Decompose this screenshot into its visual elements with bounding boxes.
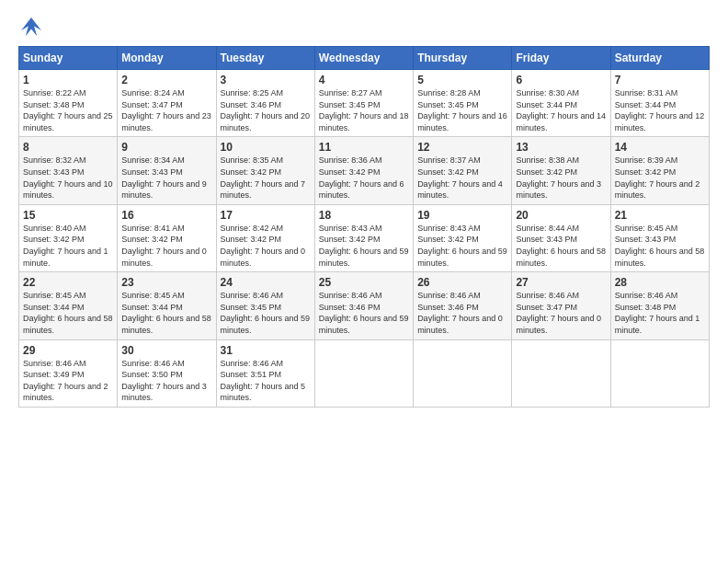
table-row: 22 Sunrise: 8:45 AMSunset: 3:44 PMDaylig…: [19, 272, 118, 339]
day-number: 5: [417, 74, 507, 86]
day-detail: Sunrise: 8:46 AMSunset: 3:50 PMDaylight:…: [121, 358, 211, 404]
day-detail: Sunrise: 8:46 AMSunset: 3:48 PMDaylight:…: [615, 290, 705, 336]
col-thursday: Thursday: [414, 47, 512, 70]
day-number: 3: [221, 74, 311, 86]
day-detail: Sunrise: 8:44 AMSunset: 3:43 PMDaylight:…: [516, 223, 606, 269]
day-detail: Sunrise: 8:46 AMSunset: 3:46 PMDaylight:…: [417, 290, 507, 336]
day-detail: Sunrise: 8:46 AMSunset: 3:46 PMDaylight:…: [319, 290, 409, 336]
day-number: 2: [121, 74, 211, 86]
day-number: 29: [23, 344, 113, 357]
table-row: 24 Sunrise: 8:46 AMSunset: 3:45 PMDaylig…: [216, 272, 314, 339]
day-number: 16: [121, 209, 211, 222]
day-number: 14: [615, 141, 705, 154]
day-number: 23: [121, 276, 211, 289]
table-row: 29 Sunrise: 8:46 AMSunset: 3:49 PMDaylig…: [19, 339, 118, 407]
day-number: 21: [615, 209, 705, 222]
table-row: 1 Sunrise: 8:22 AMSunset: 3:48 PMDayligh…: [19, 70, 118, 137]
week-row-5: 29 Sunrise: 8:46 AMSunset: 3:49 PMDaylig…: [19, 339, 710, 407]
day-detail: Sunrise: 8:45 AMSunset: 3:43 PMDaylight:…: [615, 223, 705, 269]
table-row: [414, 339, 512, 407]
col-wednesday: Wednesday: [314, 47, 413, 70]
day-number: 19: [417, 209, 507, 222]
header: [18, 15, 710, 40]
table-row: [314, 339, 413, 407]
table-row: 10 Sunrise: 8:35 AMSunset: 3:42 PMDaylig…: [216, 137, 314, 204]
table-row: [512, 339, 610, 407]
week-row-2: 8 Sunrise: 8:32 AMSunset: 3:43 PMDayligh…: [19, 137, 710, 204]
col-sunday: Sunday: [19, 47, 118, 70]
day-number: 26: [417, 276, 507, 289]
day-detail: Sunrise: 8:31 AMSunset: 3:44 PMDaylight:…: [615, 87, 705, 133]
day-number: 4: [319, 74, 409, 86]
day-detail: Sunrise: 8:37 AMSunset: 3:42 PMDaylight:…: [417, 155, 507, 201]
table-row: 8 Sunrise: 8:32 AMSunset: 3:43 PMDayligh…: [19, 137, 118, 204]
table-row: 9 Sunrise: 8:34 AMSunset: 3:43 PMDayligh…: [118, 137, 216, 204]
table-row: 11 Sunrise: 8:36 AMSunset: 3:42 PMDaylig…: [314, 137, 413, 204]
table-row: 6 Sunrise: 8:30 AMSunset: 3:44 PMDayligh…: [512, 70, 610, 137]
day-number: 24: [221, 276, 311, 289]
day-detail: Sunrise: 8:42 AMSunset: 3:42 PMDaylight:…: [221, 223, 311, 269]
table-row: 25 Sunrise: 8:46 AMSunset: 3:46 PMDaylig…: [314, 272, 413, 339]
day-detail: Sunrise: 8:46 AMSunset: 3:47 PMDaylight:…: [516, 290, 606, 336]
day-number: 25: [319, 276, 409, 289]
col-saturday: Saturday: [610, 47, 709, 70]
table-row: 30 Sunrise: 8:46 AMSunset: 3:50 PMDaylig…: [118, 339, 216, 407]
day-number: 11: [319, 141, 409, 154]
day-number: 9: [121, 141, 211, 154]
day-detail: Sunrise: 8:24 AMSunset: 3:47 PMDaylight:…: [121, 87, 211, 133]
day-detail: Sunrise: 8:36 AMSunset: 3:42 PMDaylight:…: [319, 155, 409, 201]
day-number: 17: [221, 209, 311, 222]
table-row: 13 Sunrise: 8:38 AMSunset: 3:42 PMDaylig…: [512, 137, 610, 204]
week-row-1: 1 Sunrise: 8:22 AMSunset: 3:48 PMDayligh…: [19, 70, 710, 137]
calendar: Sunday Monday Tuesday Wednesday Thursday…: [18, 46, 710, 408]
day-detail: Sunrise: 8:30 AMSunset: 3:44 PMDaylight:…: [516, 87, 606, 133]
table-row: 20 Sunrise: 8:44 AMSunset: 3:43 PMDaylig…: [512, 204, 610, 271]
table-row: 12 Sunrise: 8:37 AMSunset: 3:42 PMDaylig…: [414, 137, 512, 204]
page: Sunday Monday Tuesday Wednesday Thursday…: [0, 0, 728, 563]
day-detail: Sunrise: 8:25 AMSunset: 3:46 PMDaylight:…: [221, 87, 311, 133]
week-row-3: 15 Sunrise: 8:40 AMSunset: 3:42 PMDaylig…: [19, 204, 710, 271]
day-number: 15: [23, 209, 113, 222]
table-row: 31 Sunrise: 8:46 AMSunset: 3:51 PMDaylig…: [216, 339, 314, 407]
day-number: 30: [121, 344, 211, 357]
table-row: 21 Sunrise: 8:45 AMSunset: 3:43 PMDaylig…: [610, 204, 709, 271]
day-number: 13: [516, 141, 606, 154]
logo-icon: [18, 15, 44, 40]
day-detail: Sunrise: 8:27 AMSunset: 3:45 PMDaylight:…: [319, 87, 409, 133]
table-row: 17 Sunrise: 8:42 AMSunset: 3:42 PMDaylig…: [216, 204, 314, 271]
table-row: 18 Sunrise: 8:43 AMSunset: 3:42 PMDaylig…: [314, 204, 413, 271]
day-number: 12: [417, 141, 507, 154]
day-number: 27: [516, 276, 606, 289]
table-row: 19 Sunrise: 8:43 AMSunset: 3:42 PMDaylig…: [414, 204, 512, 271]
day-number: 8: [23, 141, 113, 154]
day-number: 22: [23, 276, 113, 289]
day-number: 28: [615, 276, 705, 289]
table-row: 28 Sunrise: 8:46 AMSunset: 3:48 PMDaylig…: [610, 272, 709, 339]
day-detail: Sunrise: 8:40 AMSunset: 3:42 PMDaylight:…: [23, 223, 113, 269]
day-detail: Sunrise: 8:35 AMSunset: 3:42 PMDaylight:…: [221, 155, 311, 201]
table-row: 15 Sunrise: 8:40 AMSunset: 3:42 PMDaylig…: [19, 204, 118, 271]
day-detail: Sunrise: 8:46 AMSunset: 3:45 PMDaylight:…: [221, 290, 311, 336]
day-detail: Sunrise: 8:28 AMSunset: 3:45 PMDaylight:…: [417, 87, 507, 133]
table-row: 7 Sunrise: 8:31 AMSunset: 3:44 PMDayligh…: [610, 70, 709, 137]
table-row: 3 Sunrise: 8:25 AMSunset: 3:46 PMDayligh…: [216, 70, 314, 137]
table-row: 23 Sunrise: 8:45 AMSunset: 3:44 PMDaylig…: [118, 272, 216, 339]
table-row: 2 Sunrise: 8:24 AMSunset: 3:47 PMDayligh…: [118, 70, 216, 137]
table-row: 14 Sunrise: 8:39 AMSunset: 3:42 PMDaylig…: [610, 137, 709, 204]
day-detail: Sunrise: 8:45 AMSunset: 3:44 PMDaylight:…: [23, 290, 113, 336]
table-row: 5 Sunrise: 8:28 AMSunset: 3:45 PMDayligh…: [414, 70, 512, 137]
day-number: 31: [221, 344, 311, 357]
day-detail: Sunrise: 8:45 AMSunset: 3:44 PMDaylight:…: [121, 290, 211, 336]
day-detail: Sunrise: 8:41 AMSunset: 3:42 PMDaylight:…: [121, 223, 211, 269]
day-detail: Sunrise: 8:39 AMSunset: 3:42 PMDaylight:…: [615, 155, 705, 201]
day-detail: Sunrise: 8:38 AMSunset: 3:42 PMDaylight:…: [516, 155, 606, 201]
table-row: 16 Sunrise: 8:41 AMSunset: 3:42 PMDaylig…: [118, 204, 216, 271]
week-row-4: 22 Sunrise: 8:45 AMSunset: 3:44 PMDaylig…: [19, 272, 710, 339]
table-row: 4 Sunrise: 8:27 AMSunset: 3:45 PMDayligh…: [314, 70, 413, 137]
day-detail: Sunrise: 8:46 AMSunset: 3:51 PMDaylight:…: [221, 358, 311, 404]
day-detail: Sunrise: 8:22 AMSunset: 3:48 PMDaylight:…: [23, 87, 113, 133]
day-detail: Sunrise: 8:34 AMSunset: 3:43 PMDaylight:…: [121, 155, 211, 201]
table-row: 26 Sunrise: 8:46 AMSunset: 3:46 PMDaylig…: [414, 272, 512, 339]
day-detail: Sunrise: 8:43 AMSunset: 3:42 PMDaylight:…: [319, 223, 409, 269]
table-row: 27 Sunrise: 8:46 AMSunset: 3:47 PMDaylig…: [512, 272, 610, 339]
